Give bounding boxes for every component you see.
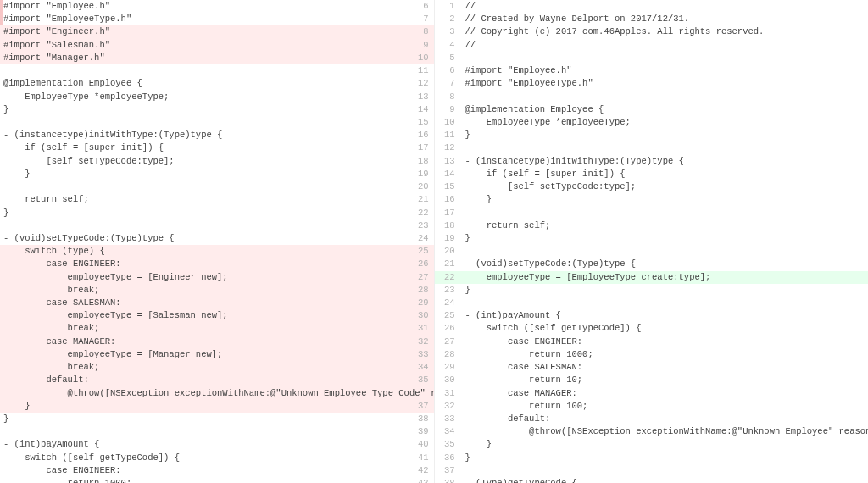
right-code-row[interactable]: 26 switch ([self getTypeCode]) { [435,322,869,335]
left-code-row[interactable]: break;28 [0,284,434,297]
left-code-row[interactable]: }37 [0,400,434,413]
left-code-row[interactable]: 15 [0,116,434,129]
right-code-row[interactable]: 3// Copyright (c) 2017 com.46Apples. All… [435,25,869,38]
right-code-row[interactable]: 4// [435,39,869,52]
line-number: 13 [435,155,460,168]
right-code-row[interactable]: 17 [435,207,869,219]
left-code-row[interactable]: #import "Employee.h"6 [0,0,434,13]
right-code-row[interactable]: 12 [435,142,869,154]
right-code-row[interactable]: 6#import "Employee.h" [435,64,869,77]
right-code-row[interactable]: 21- (void)setTypeCode:(Type)type { [435,258,869,270]
right-code-row[interactable]: 24 [435,297,869,309]
left-code-row[interactable]: [self setTypeCode:type];18 [0,155,434,168]
right-code-row[interactable]: 32 return 100; [435,400,869,413]
left-code-row[interactable]: - (instancetype)initWithType:(Type)type … [0,129,434,142]
left-code-row[interactable]: @throw([NSException exceptionWithName:@"… [0,387,434,400]
left-code-row[interactable]: break;31 [0,322,434,335]
right-code-row[interactable]: 33 default: [435,413,869,425]
left-code-row[interactable]: case SALESMAN:29 [0,297,434,309]
code-text: @throw([NSException exceptionWithName:@"… [0,387,434,400]
right-code-row[interactable]: 25- (int)payAmount { [435,309,869,322]
left-code-row[interactable]: return self;21 [0,193,434,206]
right-code-row[interactable]: 37 [435,464,869,477]
left-code-row[interactable]: case MANAGER:32 [0,336,434,348]
right-code-row[interactable]: 5 [435,52,869,64]
code-text: } [0,168,409,180]
right-code-row[interactable]: 11} [435,129,869,142]
right-code-row[interactable]: 10 EmployeeType *employeeType; [435,116,869,129]
left-code-row[interactable]: case ENGINEER:26 [0,258,434,270]
left-code-row[interactable]: switch ([self getTypeCode]) {41 [0,452,434,464]
right-code-row[interactable]: 19} [435,232,869,245]
left-code-row[interactable]: if (self = [super init]) {17 [0,142,434,154]
line-number: 19 [435,232,460,245]
right-code-row[interactable]: 23} [435,284,869,297]
diff-right-pane[interactable]: 1//2// Created by Wayne Delport on 2017/… [434,0,869,483]
right-code-row[interactable]: 36} [435,452,869,464]
code-text [460,464,869,477]
line-number: 29 [409,297,434,309]
left-code-row[interactable]: 20 [0,180,434,193]
right-code-row[interactable]: 35 } [435,438,869,451]
left-code-row[interactable]: case ENGINEER:42 [0,464,434,477]
line-number: 42 [409,464,434,477]
left-code-rows: #import "Employee.h"6#import "EmployeeTy… [0,0,434,483]
left-code-row[interactable]: #import "Salesman.h"9 [0,39,434,52]
right-code-row[interactable]: 14 if (self = [super init]) { [435,168,869,180]
right-code-row[interactable]: 27 case ENGINEER: [435,336,869,348]
left-code-row[interactable]: 39 [0,425,434,438]
left-code-row[interactable]: 11 [0,64,434,77]
left-code-row[interactable]: }38 [0,413,434,425]
line-number: 6 [435,64,460,77]
code-text: case ENGINEER: [460,336,869,348]
left-code-row[interactable]: 23 [0,219,434,232]
right-code-row[interactable]: 15 [self setTypeCode:type]; [435,180,869,193]
left-code-row[interactable]: employeeType = [Manager new];33 [0,348,434,361]
left-code-row[interactable]: return 1000;43 [0,477,434,483]
left-code-row[interactable]: #import "EmployeeType.h"7 [0,13,434,25]
left-code-row[interactable]: employeeType = [Salesman new];30 [0,309,434,322]
right-code-row[interactable]: 18 return self; [435,219,869,232]
right-code-row[interactable]: 7#import "EmployeeType.h" [435,77,869,90]
left-code-row[interactable]: employeeType = [Engineer new];27 [0,271,434,284]
right-code-row[interactable]: 2// Created by Wayne Delport on 2017/12/… [435,13,869,25]
right-code-row[interactable]: 34 @throw([NSException exceptionWithName… [435,425,869,438]
line-number: 28 [435,348,460,361]
code-text [460,297,869,309]
code-text: employeeType = [Salesman new]; [0,309,409,322]
left-code-row[interactable]: }22 [0,207,434,219]
right-code-row[interactable]: 22 employeeType = [EmployeeType create:t… [435,271,869,284]
right-code-row[interactable]: 29 case SALESMAN: [435,361,869,374]
code-text: case ENGINEER: [0,464,409,477]
left-code-row[interactable]: #import "Manager.h"10 [0,52,434,64]
line-number: 38 [409,413,434,425]
right-code-row[interactable]: 31 case MANAGER: [435,387,869,400]
left-code-row[interactable]: - (int)payAmount {40 [0,438,434,451]
line-number: 26 [409,258,434,270]
left-code-row[interactable]: }19 [0,168,434,180]
left-code-row[interactable]: }14 [0,103,434,116]
code-text: EmployeeType *employeeType; [460,116,869,129]
right-code-row[interactable]: 13- (instancetype)initWithType:(Type)typ… [435,155,869,168]
right-code-row[interactable]: 16 } [435,193,869,206]
code-text: // [460,0,869,13]
right-code-row[interactable]: 20 [435,245,869,258]
left-code-row[interactable]: break;34 [0,361,434,374]
code-text: } [0,207,409,219]
code-text: // Copyright (c) 2017 com.46Apples. All … [460,25,869,38]
right-code-row[interactable]: 1// [435,0,869,13]
left-code-row[interactable]: default:35 [0,374,434,386]
line-number: 24 [435,297,460,309]
right-code-row[interactable]: 38- (Type)getTypeCode { [435,477,869,483]
left-code-row[interactable]: @implementation Employee {12 [0,77,434,90]
left-code-row[interactable]: #import "Engineer.h"8 [0,25,434,38]
diff-left-pane[interactable]: #import "Employee.h"6#import "EmployeeTy… [0,0,434,483]
right-code-row[interactable]: 28 return 1000; [435,348,869,361]
right-code-row[interactable]: 30 return 10; [435,374,869,386]
code-text: - (instancetype)initWithType:(Type)type … [0,129,409,142]
left-code-row[interactable]: - (void)setTypeCode:(Type)type {24 [0,232,434,245]
left-code-row[interactable]: switch (type) {25 [0,245,434,258]
left-code-row[interactable]: EmployeeType *employeeType;13 [0,91,434,103]
right-code-row[interactable]: 8 [435,91,869,103]
right-code-row[interactable]: 9@implementation Employee { [435,103,869,116]
